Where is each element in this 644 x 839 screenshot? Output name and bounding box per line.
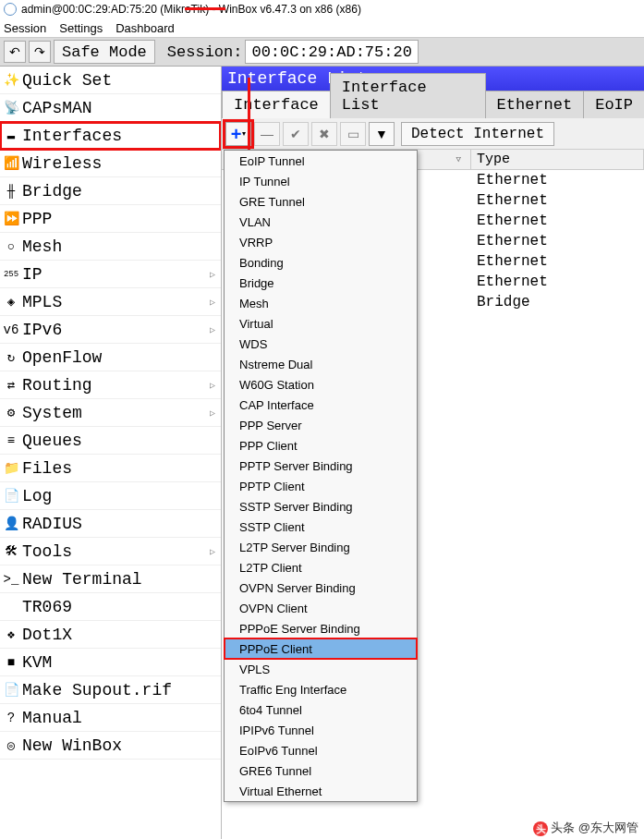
comment-button[interactable]: ▭	[340, 122, 366, 146]
sidebar-item-queues[interactable]: ≡Queues	[0, 427, 221, 455]
sidebar-item-new-winbox[interactable]: ◎New WinBox	[0, 732, 221, 760]
dd-item-cap-interface[interactable]: CAP Interface	[225, 395, 417, 415]
sidebar-item-interfaces[interactable]: ▬Interfaces	[0, 122, 221, 150]
sidebar-item-routing[interactable]: ⇄Routing▷	[0, 371, 221, 399]
tab-interface-list[interactable]: Interface List	[330, 73, 486, 118]
dd-item-l2tp-client[interactable]: L2TP Client	[225, 557, 417, 578]
sidebar-item-label: KVM	[22, 653, 52, 672]
sidebar-item-system[interactable]: ⚙System▷	[0, 399, 221, 427]
dd-item-eoipv6-tunnel[interactable]: EoIPv6 Tunnel	[225, 740, 417, 760]
dd-item-ovpn-client[interactable]: OVPN Client	[225, 598, 417, 618]
dd-item-pptp-client[interactable]: PPTP Client	[225, 476, 417, 496]
sidebar-item-dot1x[interactable]: ❖Dot1X	[0, 621, 221, 649]
safe-mode-button[interactable]: Safe Mode	[54, 40, 155, 64]
col-type[interactable]: Type	[471, 150, 644, 169]
sidebar-icon: 👤	[3, 516, 19, 532]
sidebar-icon: 📁	[3, 460, 19, 477]
tab-eoip[interactable]: EoIP	[583, 91, 644, 118]
sidebar-icon: 📄	[3, 682, 19, 699]
dd-item-bonding[interactable]: Bonding	[225, 252, 417, 273]
dd-item-sstp-server-binding[interactable]: SSTP Server Binding	[225, 496, 417, 517]
undo-button[interactable]: ↶	[4, 41, 26, 63]
sidebar-item-new-terminal[interactable]: >_New Terminal	[0, 565, 221, 593]
dd-item-w60g-station[interactable]: W60G Station	[225, 374, 417, 395]
dd-item-traffic-eng-interface[interactable]: Traffic Eng Interface	[225, 679, 417, 699]
dd-item-virtual-ethernet[interactable]: Virtual Ethernet	[225, 781, 417, 801]
dd-item-pptp-server-binding[interactable]: PPTP Server Binding	[225, 456, 417, 476]
dd-item-ppp-client[interactable]: PPP Client	[225, 435, 417, 456]
submenu-arrow-icon: ▷	[210, 380, 215, 391]
dd-item-nstreme-dual[interactable]: Nstreme Dual	[225, 354, 417, 374]
dd-item-gre6-tunnel[interactable]: GRE6 Tunnel	[225, 760, 417, 781]
sidebar-item-mpls[interactable]: ◈MPLS▷	[0, 288, 221, 316]
sidebar-item-kvm[interactable]: ■KVM	[0, 649, 221, 676]
menu-session[interactable]: Session	[4, 21, 46, 35]
sidebar-item-label: Manual	[22, 709, 82, 727]
add-dropdown-menu: EoIP TunnelIP TunnelGRE TunnelVLANVRRPBo…	[224, 150, 418, 802]
tab-ethernet[interactable]: Ethernet	[485, 91, 585, 118]
dd-item-ovpn-server-binding[interactable]: OVPN Server Binding	[225, 578, 417, 598]
sidebar-item-make-supout-rif[interactable]: 📄Make Supout.rif	[0, 676, 221, 704]
sidebar-icon: ■	[3, 654, 19, 671]
dd-item-mesh[interactable]: Mesh	[225, 293, 417, 313]
cell-type: Bridge	[471, 294, 644, 310]
sidebar-item-wireless[interactable]: 📶Wireless	[0, 150, 221, 177]
filter-button[interactable]: ▼	[369, 122, 395, 146]
check-icon: ✔	[290, 127, 301, 141]
menu-dashboard[interactable]: Dashboard	[115, 21, 175, 35]
dd-item-virtual[interactable]: Virtual	[225, 313, 417, 334]
sidebar: ✨Quick Set📡CAPsMAN▬Interfaces📶Wireless╫B…	[0, 67, 222, 839]
dd-item-6to4-tunnel[interactable]: 6to4 Tunnel	[225, 699, 417, 720]
sidebar-item-tr069[interactable]: TR069	[0, 593, 221, 621]
dd-item-vrrp[interactable]: VRRP	[225, 232, 417, 252]
dd-item-ppp-server[interactable]: PPP Server	[225, 415, 417, 435]
sidebar-item-ipv6[interactable]: v6IPv6▷	[0, 316, 221, 344]
dd-item-pppoe-server-binding[interactable]: PPPoE Server Binding	[225, 618, 417, 638]
sidebar-item-quick-set[interactable]: ✨Quick Set	[0, 67, 221, 94]
sidebar-item-label: Mesh	[22, 237, 62, 256]
sidebar-item-label: Queues	[22, 432, 82, 450]
sidebar-item-label: Wireless	[22, 154, 102, 173]
sidebar-item-label: Log	[22, 487, 52, 505]
sidebar-item-log[interactable]: 📄Log	[0, 482, 221, 510]
sidebar-item-openflow[interactable]: ↻OpenFlow	[0, 344, 221, 371]
sidebar-item-label: Tools	[22, 542, 72, 561]
dd-item-vpls[interactable]: VPLS	[225, 659, 417, 679]
dd-item-wds[interactable]: WDS	[225, 334, 417, 354]
sidebar-item-capsman[interactable]: 📡CAPsMAN	[0, 94, 221, 122]
sidebar-item-radius[interactable]: 👤RADIUS	[0, 510, 221, 538]
sidebar-item-tools[interactable]: 🛠Tools▷	[0, 538, 221, 565]
sidebar-item-manual[interactable]: ?Manual	[0, 704, 221, 732]
redo-button[interactable]: ↷	[29, 41, 51, 63]
dd-item-ipipv6-tunnel[interactable]: IPIPv6 Tunnel	[225, 720, 417, 740]
dd-item-eoip-tunnel[interactable]: EoIP Tunnel	[225, 151, 417, 171]
enable-button[interactable]: ✔	[283, 122, 309, 146]
sort-indicator-icon: ▽	[456, 154, 461, 164]
disable-button[interactable]: ✖	[311, 122, 337, 146]
tab-interface[interactable]: Interface	[222, 91, 331, 118]
dd-item-sstp-client[interactable]: SSTP Client	[225, 517, 417, 537]
sidebar-item-ppp[interactable]: ⏩PPP	[0, 205, 221, 233]
dd-item-vlan[interactable]: VLAN	[225, 212, 417, 232]
sidebar-item-label: CAPsMAN	[22, 99, 92, 117]
menu-settings[interactable]: Settings	[59, 21, 103, 35]
sidebar-item-label: IP	[22, 265, 43, 284]
sidebar-icon: ◈	[3, 294, 19, 310]
window-toolbar: +▾ — ✔ ✖ ▭ ▼ Detect Internet	[222, 118, 644, 150]
dd-item-pppoe-client[interactable]: PPPoE Client	[225, 638, 417, 659]
funnel-icon: ▼	[375, 127, 388, 141]
sidebar-item-files[interactable]: 📁Files	[0, 455, 221, 482]
cell-type: Ethernet	[471, 233, 644, 249]
dd-item-l2tp-server-binding[interactable]: L2TP Server Binding	[225, 537, 417, 557]
dd-item-gre-tunnel[interactable]: GRE Tunnel	[225, 191, 417, 212]
sidebar-item-mesh[interactable]: ○Mesh	[0, 233, 221, 261]
detect-internet-button[interactable]: Detect Internet	[401, 122, 554, 146]
sidebar-item-bridge[interactable]: ╫Bridge	[0, 177, 221, 205]
sidebar-item-ip[interactable]: 255IP▷	[0, 261, 221, 288]
sidebar-icon: ⏩	[3, 211, 19, 227]
sidebar-item-label: Interfaces	[22, 127, 122, 145]
remove-button[interactable]: —	[254, 122, 280, 146]
dd-item-ip-tunnel[interactable]: IP Tunnel	[225, 171, 417, 191]
dd-item-bridge[interactable]: Bridge	[225, 273, 417, 293]
sidebar-item-label: New Terminal	[22, 570, 142, 589]
